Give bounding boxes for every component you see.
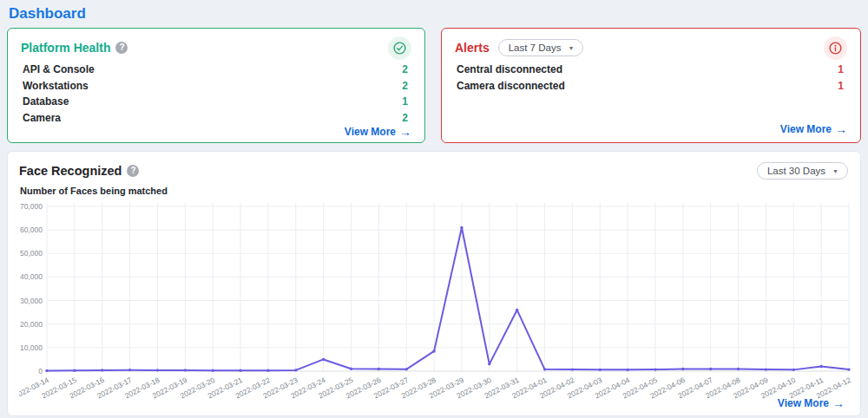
help-icon[interactable]: ? [127,165,139,177]
alerts-range-dropdown[interactable]: Last 7 Days ▼ [498,39,584,56]
view-more-link[interactable]: View More → [778,397,845,409]
view-more-label: View More [778,397,829,409]
arrow-right-icon: → [835,123,847,135]
check-circle-icon [388,36,411,60]
face-recognized-header: Face Recognized ? Last 30 Days ▼ [19,160,855,181]
platform-health-title: Platform Health [21,41,110,55]
item-count: 2 [402,63,408,75]
alerts-header: Alerts Last 7 Days ▼ [455,36,847,59]
item-label: Database [23,95,69,108]
item-count: 1 [838,80,844,92]
alerts-card: Alerts Last 7 Days ▼ Central disconnecte… [441,28,861,143]
item-count: 1 [402,95,408,108]
view-more-link[interactable]: View More → [345,126,411,138]
table-row: Camera 2 [21,110,411,127]
chart-area: 010,00020,00030,00040,00050,00060,00070,… [19,198,856,415]
item-label: API & Console [23,63,95,75]
page-title: Dashboard [7,3,861,28]
svg-text:20,000: 20,000 [20,320,43,329]
item-label: Central disconnected [457,63,562,75]
alerts-range-value: Last 7 Days [509,42,562,53]
svg-text:70,000: 70,000 [20,202,43,211]
alerts-list: Central disconnected 1 Camera disconnect… [455,62,847,94]
svg-text:0: 0 [38,367,43,376]
summary-cards-row: Platform Health ? API & Console 2 Workst… [7,28,861,143]
face-recognized-title: Face Recognized [19,164,122,178]
alerts-title: Alerts [455,41,490,55]
item-label: Camera disconnected [457,80,565,92]
item-count: 2 [402,112,408,124]
chevron-down-icon: ▼ [568,45,574,51]
chart-range-value: Last 30 Days [767,166,825,176]
help-icon[interactable]: ? [115,42,128,54]
svg-text:50,000: 50,000 [20,249,43,258]
arrow-right-icon: → [832,397,845,409]
view-more-label: View More [345,126,396,138]
view-more-link[interactable]: View More → [780,123,847,135]
table-row: Central disconnected 1 [455,62,847,78]
chart-range-dropdown[interactable]: Last 30 Days ▼ [757,162,848,180]
item-count: 2 [402,80,408,92]
face-recognized-card: Face Recognized ? Last 30 Days ▼ Number … [7,151,861,416]
arrow-right-icon: → [399,126,411,138]
chart-axis-title: Number of Faces being matched [20,186,855,196]
svg-text:10,000: 10,000 [20,343,43,352]
dashboard-page: Dashboard Platform Health ? API & Consol… [0,0,868,416]
view-more-label: View More [780,123,832,135]
svg-text:40,000: 40,000 [20,272,43,281]
item-label: Camera [23,112,61,124]
alert-info-circle-icon [824,36,847,60]
svg-text:30,000: 30,000 [20,297,43,305]
table-row: API & Console 2 [21,62,411,78]
svg-text:60,000: 60,000 [20,225,43,234]
platform-health-list: API & Console 2 Workstations 2 Database … [21,62,411,126]
table-row: Camera disconnected 1 [455,78,847,95]
item-count: 1 [838,63,844,75]
platform-health-card: Platform Health ? API & Console 2 Workst… [7,28,425,143]
platform-health-header: Platform Health ? [21,36,411,59]
faces-line-chart: 010,00020,00030,00040,00050,00060,00070,… [19,198,856,411]
item-label: Workstations [23,80,89,92]
chevron-down-icon: ▼ [832,168,838,174]
table-row: Workstations 2 [21,78,411,95]
table-row: Database 1 [21,94,411,110]
